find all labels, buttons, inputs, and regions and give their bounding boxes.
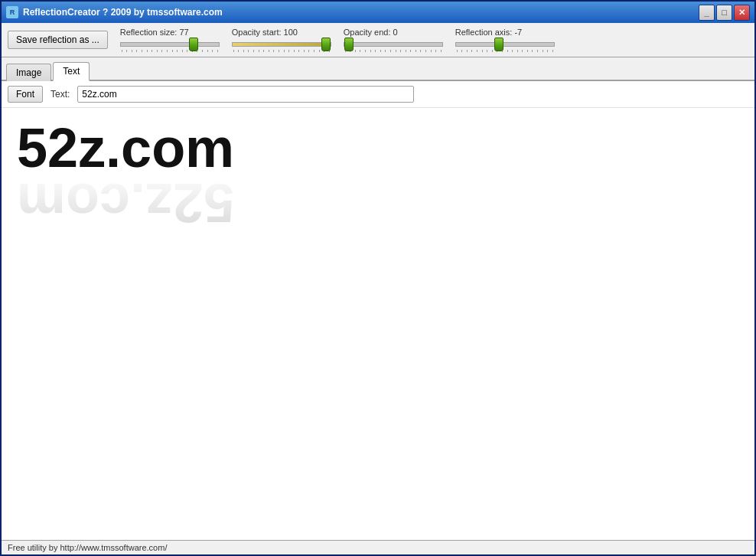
reflection-axis-group: Reflection axis: -7 (455, 28, 555, 52)
reflection-axis-slider-wrapper (455, 38, 555, 52)
minimize-button[interactable]: _ (699, 5, 715, 21)
toolbar: Save reflection as ... Reflection size: … (2, 23, 754, 57)
reflection-axis-label: Reflection axis: -7 (455, 28, 555, 37)
app-icon: R (6, 6, 18, 18)
text-controls-row: Font Text: (2, 81, 754, 108)
preview-area: 52z.com 52z.com (2, 108, 754, 540)
opacity-start-slider[interactable] (232, 42, 331, 47)
reflection-size-slider-wrapper (120, 38, 220, 52)
window-title: ReflectionCreator ? 2009 by tmssoftware.… (23, 7, 699, 18)
preview-main-text: 52z.com (17, 120, 234, 175)
opacity-end-slider[interactable] (344, 42, 443, 47)
text-input[interactable] (77, 86, 414, 103)
preview-reflection-text: 52z.com (17, 175, 234, 231)
title-bar: R ReflectionCreator ? 2009 by tmssoftwar… (2, 2, 754, 23)
content-area: Font Text: 52z.com 52z.com (2, 81, 754, 540)
reflection-axis-slider[interactable] (455, 42, 555, 47)
opacity-start-group: Opacity start: 100 (232, 28, 331, 52)
status-text: Free utility by http://www.tmssoftware.c… (8, 543, 167, 552)
close-button[interactable]: ✕ (734, 5, 750, 21)
opacity-end-slider-wrapper (344, 38, 443, 52)
tab-image[interactable]: Image (6, 64, 51, 81)
opacity-end-label: Opacity end: 0 (344, 28, 443, 37)
opacity-start-label: Opacity start: 100 (232, 28, 331, 37)
font-button[interactable]: Font (8, 86, 43, 103)
tab-text[interactable]: Text (53, 62, 90, 81)
text-field-label: Text: (51, 89, 70, 100)
tabs-bar: Image Text (2, 57, 754, 81)
status-bar: Free utility by http://www.tmssoftware.c… (2, 540, 754, 554)
opacity-start-slider-wrapper (232, 38, 331, 52)
reflection-size-group: Reflection size: 77 (120, 28, 220, 52)
maximize-button[interactable]: □ (716, 5, 732, 21)
window-controls: _ □ ✕ (699, 5, 750, 21)
reflection-wrapper: 52z.com 52z.com (17, 120, 234, 231)
reflection-size-label: Reflection size: 77 (120, 28, 220, 37)
reflection-size-slider[interactable] (120, 42, 220, 47)
main-window: R ReflectionCreator ? 2009 by tmssoftwar… (0, 0, 756, 556)
save-reflection-button[interactable]: Save reflection as ... (8, 31, 108, 49)
opacity-end-group: Opacity end: 0 (344, 28, 443, 52)
